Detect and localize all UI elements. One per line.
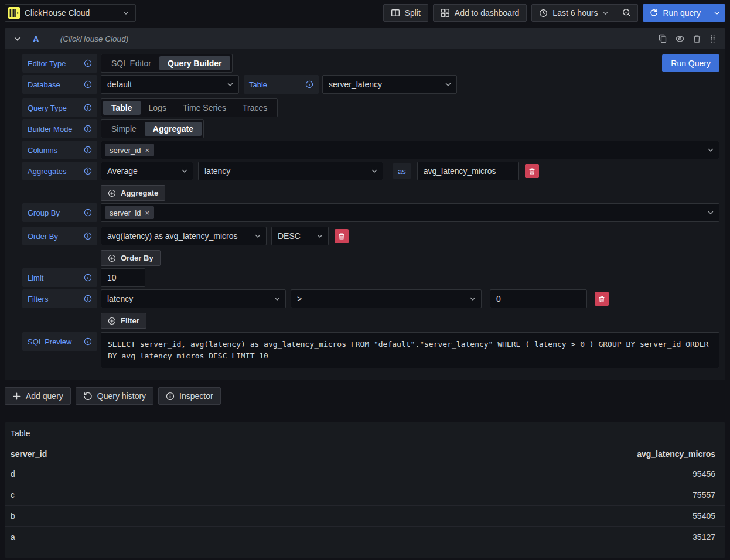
sql-preview-label: SQL Preview bbox=[28, 337, 71, 346]
aggregate-alias-input[interactable] bbox=[417, 162, 519, 180]
table-visualization-panel: Table server_id avg_latency_micros d 954… bbox=[5, 422, 725, 558]
chevron-down-icon bbox=[254, 233, 261, 240]
query-type-logs[interactable]: Logs bbox=[141, 101, 175, 115]
remove-order-by-button[interactable] bbox=[335, 229, 349, 243]
trash-icon bbox=[598, 295, 605, 303]
query-datasource-hint: (ClickHouse Cloud) bbox=[60, 35, 128, 43]
query-history-button[interactable]: Query history bbox=[76, 387, 153, 405]
column-header-avg-latency-micros[interactable]: avg_latency_micros bbox=[364, 449, 725, 459]
aggregate-column-select[interactable]: latency bbox=[198, 162, 383, 180]
table-label-cell: Table bbox=[244, 75, 319, 94]
order-by-direction-value: DESC bbox=[278, 231, 301, 241]
sql-preview-label-cell: SQL Preview bbox=[22, 332, 97, 351]
sql-preview-row: SQL Preview SELECT server_id, avg(latenc… bbox=[22, 332, 719, 368]
info-icon[interactable] bbox=[84, 337, 92, 346]
chevron-down-icon bbox=[707, 146, 714, 153]
grip-icon[interactable] bbox=[709, 34, 717, 44]
order-by-direction-select[interactable]: DESC bbox=[271, 227, 329, 245]
zoom-out-time-button[interactable] bbox=[616, 4, 638, 22]
collapse-chevron-icon[interactable] bbox=[13, 35, 21, 43]
filter-value-input[interactable] bbox=[490, 289, 587, 308]
query-type-label: Query Type bbox=[28, 104, 67, 112]
table-select[interactable]: server_latency bbox=[322, 75, 457, 94]
query-editor-panel: A (ClickHouse Cloud) Editor Type bbox=[5, 28, 725, 380]
columns-multiselect[interactable]: server_id × bbox=[101, 141, 719, 159]
trash-icon bbox=[338, 233, 345, 240]
chevron-down-icon bbox=[316, 233, 323, 240]
editor-type-label: Editor Type bbox=[28, 59, 66, 68]
query-type-table[interactable]: Table bbox=[103, 101, 141, 115]
cell-avg-latency: 35127 bbox=[364, 527, 725, 547]
info-icon[interactable] bbox=[84, 209, 92, 217]
info-icon[interactable] bbox=[84, 80, 92, 88]
info-icon[interactable] bbox=[84, 104, 92, 112]
close-icon[interactable]: × bbox=[145, 146, 149, 154]
trash-icon[interactable] bbox=[693, 34, 701, 44]
eye-icon[interactable] bbox=[675, 34, 685, 44]
group-by-chip-server-id[interactable]: server_id × bbox=[105, 206, 154, 219]
builder-mode-simple[interactable]: Simple bbox=[103, 122, 145, 136]
database-table-row: Database default Table server_latency bbox=[22, 75, 719, 94]
chevron-down-icon bbox=[714, 10, 720, 16]
circled-plus-icon bbox=[108, 189, 116, 197]
order-by-field-select[interactable]: avg(latency) as avg_latency_micros bbox=[101, 227, 267, 245]
column-header-server-id[interactable]: server_id bbox=[5, 449, 364, 459]
close-icon[interactable]: × bbox=[145, 209, 149, 217]
clock-icon bbox=[539, 9, 548, 18]
table-row: c 75557 bbox=[5, 484, 725, 505]
builder-mode-label: Builder Mode bbox=[28, 125, 73, 134]
order-by-label: Order By bbox=[28, 232, 58, 241]
columns-chip-server-id[interactable]: server_id × bbox=[105, 144, 154, 156]
split-button[interactable]: Split bbox=[383, 4, 428, 22]
chevron-down-icon bbox=[122, 9, 129, 16]
info-icon[interactable] bbox=[84, 167, 92, 175]
chevron-down-icon bbox=[602, 10, 609, 16]
info-icon[interactable] bbox=[84, 232, 92, 240]
inspector-button[interactable]: Inspector bbox=[158, 387, 221, 405]
copy-icon[interactable] bbox=[658, 34, 667, 44]
info-icon[interactable] bbox=[84, 125, 92, 133]
database-label: Database bbox=[28, 80, 60, 89]
info-icon[interactable] bbox=[84, 274, 92, 282]
filter-operator-value: > bbox=[297, 294, 302, 303]
editor-type-sql-editor[interactable]: SQL Editor bbox=[103, 56, 159, 70]
filter-operator-select[interactable]: > bbox=[291, 289, 482, 308]
limit-input[interactable] bbox=[101, 268, 145, 287]
database-select[interactable]: default bbox=[101, 75, 239, 94]
run-query-inline-button[interactable]: Run Query bbox=[662, 54, 719, 72]
datasource-picker[interactable]: ClickHouse Cloud bbox=[5, 4, 136, 22]
database-value: default bbox=[107, 80, 132, 89]
add-to-dashboard-button[interactable]: Add to dashboard bbox=[433, 4, 527, 22]
remove-aggregate-button[interactable] bbox=[525, 164, 539, 178]
cell-server-id: a bbox=[5, 527, 364, 547]
query-type-traces[interactable]: Traces bbox=[234, 101, 275, 115]
database-label-cell: Database bbox=[22, 75, 97, 94]
aggregate-function-value: Average bbox=[107, 166, 138, 176]
builder-mode-label-cell: Builder Mode bbox=[22, 119, 97, 138]
chevron-down-icon bbox=[227, 81, 234, 88]
chevron-down-icon bbox=[181, 168, 188, 175]
add-query-button[interactable]: Add query bbox=[5, 387, 71, 405]
editor-type-toggle: SQL Editor Query Builder bbox=[101, 54, 233, 73]
info-icon[interactable] bbox=[84, 146, 92, 154]
run-query-options-button[interactable] bbox=[708, 4, 725, 22]
aggregate-function-select[interactable]: Average bbox=[101, 162, 193, 180]
history-icon bbox=[83, 391, 93, 401]
aggregates-row: Aggregates Average latency as bbox=[22, 162, 719, 180]
add-order-by-button[interactable]: Order By bbox=[101, 250, 161, 266]
group-by-multiselect[interactable]: server_id × bbox=[101, 203, 719, 222]
time-range-button[interactable]: Last 6 hours bbox=[531, 4, 616, 22]
builder-mode-aggregate[interactable]: Aggregate bbox=[145, 122, 202, 136]
info-icon[interactable] bbox=[305, 80, 313, 88]
info-icon[interactable] bbox=[84, 59, 92, 67]
editor-type-query-builder[interactable]: Query Builder bbox=[159, 56, 230, 70]
add-aggregate-button[interactable]: Aggregate bbox=[101, 185, 165, 201]
filter-field-select[interactable]: latency bbox=[101, 289, 286, 308]
add-filter-button[interactable]: Filter bbox=[101, 313, 146, 329]
info-icon[interactable] bbox=[84, 295, 92, 303]
run-query-button[interactable]: Run query bbox=[643, 4, 708, 22]
group-by-label: Group By bbox=[28, 209, 60, 217]
query-type-time-series[interactable]: Time Series bbox=[175, 101, 234, 115]
remove-filter-button[interactable] bbox=[595, 292, 609, 306]
panel-title: Table bbox=[5, 427, 725, 445]
